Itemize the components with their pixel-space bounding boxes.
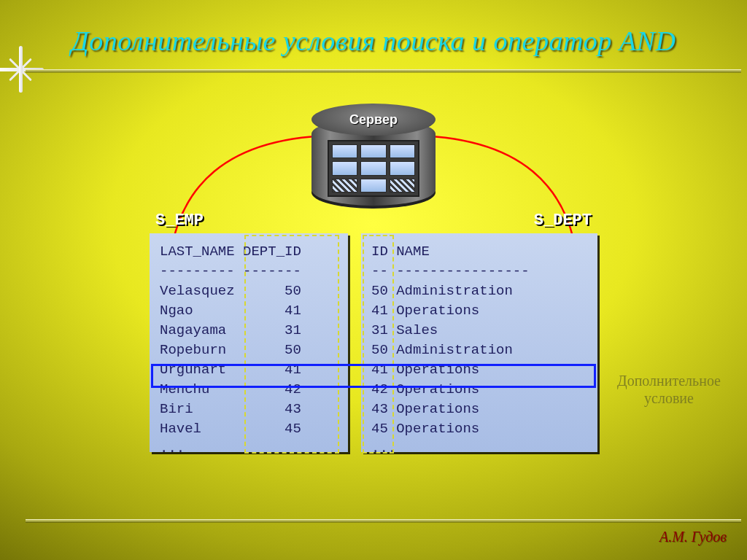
table-label-s-emp: S_EMP xyxy=(155,211,204,230)
author-credit: А.М. Гудов xyxy=(659,529,727,545)
server-label: Сервер xyxy=(311,104,436,136)
server-icon: Сервер xyxy=(311,104,436,206)
table-label-s-dept: S_DEPT xyxy=(534,211,592,230)
divider-bottom xyxy=(26,519,741,522)
table-panel-s-emp: LAST_NAME DEPT_ID --------- ------- Vela… xyxy=(150,233,348,452)
table-panel-s-dept: ID NAME -- ---------------- 50 Administr… xyxy=(361,233,597,452)
side-note: Дополнительное условие xyxy=(607,372,731,407)
slide-title: Дополнительные условия поиска и оператор… xyxy=(0,25,747,57)
divider-top xyxy=(26,69,741,72)
